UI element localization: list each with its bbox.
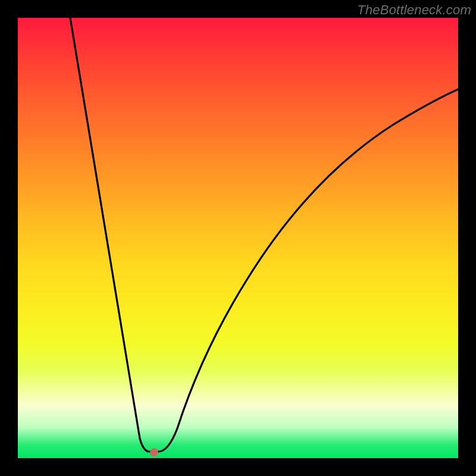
plot-area [18, 18, 458, 458]
minimum-marker-dot [150, 448, 158, 456]
curve-path [70, 18, 458, 452]
attribution-text: TheBottleneck.com [357, 2, 471, 18]
chart-frame: TheBottleneck.com [0, 0, 476, 476]
curve-svg [18, 18, 458, 458]
